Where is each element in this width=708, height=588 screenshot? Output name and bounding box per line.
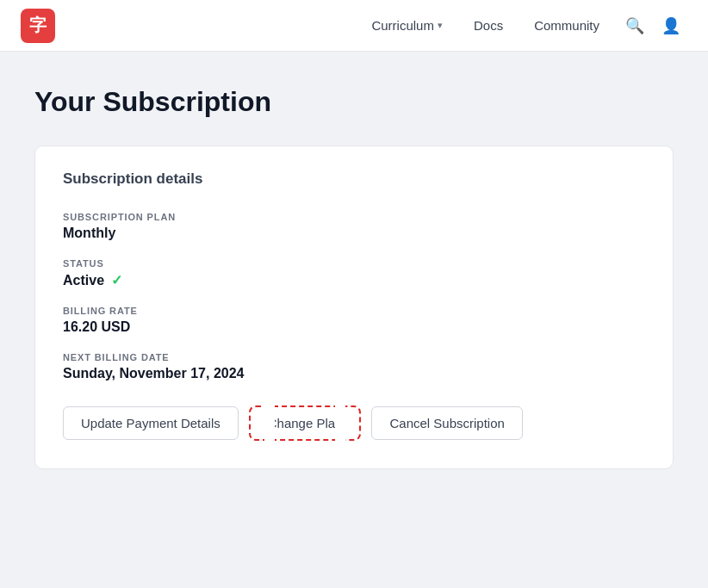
action-buttons: Update Payment Details Change Plan Cance… bbox=[63, 405, 645, 441]
nav-item-community[interactable]: Community bbox=[522, 11, 612, 40]
billing-rate-value: 16.20 USD bbox=[63, 319, 645, 335]
subscription-plan-value: Monthly bbox=[63, 226, 645, 241]
next-billing-date-label: NEXT BILLING DATE bbox=[63, 352, 645, 362]
nav-item-docs[interactable]: Docs bbox=[462, 11, 515, 40]
page-title: Your Subscription bbox=[34, 86, 674, 118]
main-nav: Curriculum ▾ Docs Community bbox=[359, 11, 612, 40]
logo-icon: 字 bbox=[21, 9, 55, 43]
logo[interactable]: 字 bbox=[21, 9, 55, 43]
chevron-down-icon: ▾ bbox=[438, 20, 443, 31]
header: 字 Curriculum ▾ Docs Community 🔍 👤 bbox=[0, 0, 708, 52]
update-payment-button[interactable]: Update Payment Details bbox=[63, 406, 239, 440]
search-button[interactable]: 🔍 bbox=[618, 9, 651, 42]
card-heading: Subscription details bbox=[63, 170, 645, 188]
change-plan-button[interactable]: Change Plan bbox=[249, 405, 362, 441]
status-section: STATUS Active ✓ bbox=[63, 258, 645, 288]
user-button[interactable]: 👤 bbox=[655, 9, 687, 42]
search-icon: 🔍 bbox=[625, 16, 644, 35]
subscription-plan-label: SUBSCRIPTION PLAN bbox=[63, 212, 645, 222]
user-icon: 👤 bbox=[661, 16, 680, 35]
nav-item-curriculum[interactable]: Curriculum ▾ bbox=[359, 11, 455, 40]
main-content: Your Subscription Subscription details S… bbox=[0, 52, 708, 504]
subscription-card: Subscription details SUBSCRIPTION PLAN M… bbox=[34, 145, 674, 469]
nav-icons: 🔍 👤 bbox=[618, 9, 687, 42]
billing-rate-label: BILLING RATE bbox=[63, 306, 645, 316]
status-check-icon: ✓ bbox=[111, 272, 122, 288]
billing-rate-section: BILLING RATE 16.20 USD bbox=[63, 306, 645, 335]
status-label: STATUS bbox=[63, 258, 645, 269]
next-billing-date-value: Sunday, November 17, 2024 bbox=[63, 366, 645, 381]
subscription-plan-section: SUBSCRIPTION PLAN Monthly bbox=[63, 212, 645, 241]
status-value: Active ✓ bbox=[63, 272, 645, 288]
next-billing-date-section: NEXT BILLING DATE Sunday, November 17, 2… bbox=[63, 352, 645, 381]
cancel-subscription-button[interactable]: Cancel Subscription bbox=[371, 406, 522, 440]
